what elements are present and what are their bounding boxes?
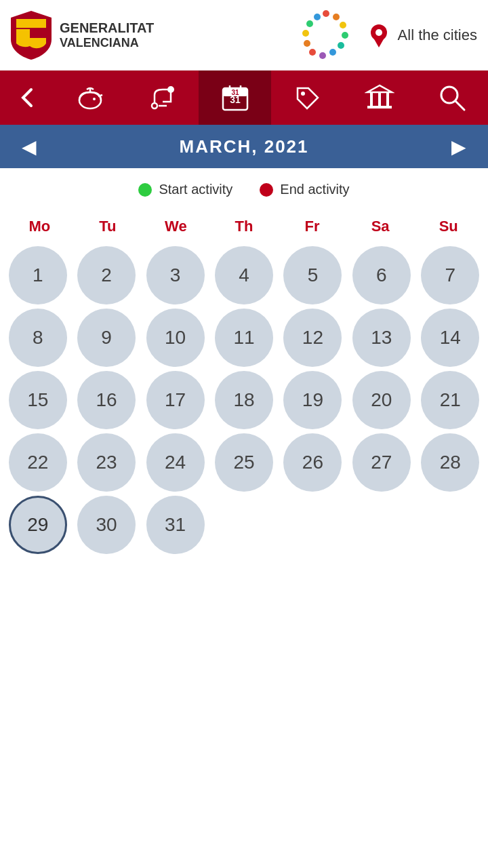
day-button[interactable]: 22 [9,433,67,492]
nav-items: 31 31 [54,71,488,125]
day-button[interactable]: 7 [421,246,479,304]
day-button[interactable]: 28 [421,433,479,492]
day-button[interactable]: 26 [283,433,342,492]
svg-marker-19 [373,38,384,47]
day-button[interactable]: 6 [352,246,411,304]
day-button[interactable]: 12 [283,309,342,367]
day-cell: 11 [211,309,276,367]
day-cell: 12 [281,309,345,367]
weekday-sa: Sa [346,212,415,241]
day-cell: 25 [211,433,276,492]
day-cell: 22 [5,433,70,492]
nav-item-calendar[interactable]: 31 31 [199,71,271,125]
day-button[interactable]: 23 [77,433,136,492]
city-selector[interactable]: All the cities [367,23,477,47]
day-button[interactable]: 11 [215,309,273,367]
nav-item-offers[interactable] [271,71,344,125]
svg-rect-4 [30,28,46,38]
day-cell: 17 [143,371,207,429]
nav-item-museum[interactable] [344,71,416,125]
day-button[interactable]: 14 [421,309,479,367]
day-button[interactable]: 1 [9,246,67,304]
day-cell: 19 [281,371,345,429]
day-button[interactable]: 19 [283,371,342,429]
svg-point-12 [309,49,316,56]
day-button[interactable]: 24 [146,433,205,492]
day-cell: 24 [143,433,207,492]
svg-point-21 [93,98,96,100]
day-button[interactable]: 10 [146,309,205,367]
day-cell: 3 [143,246,207,304]
logo-shield-icon [11,11,52,60]
day-cell: 5 [281,246,345,304]
svg-rect-33 [370,92,373,106]
day-cell: 21 [418,371,483,429]
nav-item-routes[interactable] [127,71,199,125]
end-label: End activity [280,182,349,197]
svg-point-13 [304,40,310,47]
day-button[interactable]: 30 [77,496,136,554]
svg-point-31 [301,92,305,96]
month-navigation: ◀ MARCH, 2021 ▶ [0,125,488,168]
day-button[interactable]: 5 [283,246,342,304]
day-button[interactable]: 3 [146,246,205,304]
search-icon [437,83,467,113]
day-button[interactable]: 29 [9,496,67,554]
activity-legend: Start activity End activity [0,168,488,205]
days-grid: 1234567891011121314151617181920212223242… [5,246,483,554]
svg-point-15 [306,20,313,27]
day-button[interactable]: 25 [215,433,273,492]
end-activity-legend: End activity [260,182,349,197]
day-cell: 29 [5,496,70,554]
weekday-su: Su [414,212,483,241]
logo-area: GENERALITAT VALENCIANA [11,11,285,60]
month-title: MARCH, 2021 [179,136,308,157]
nav-item-search[interactable] [415,71,488,125]
day-button[interactable]: 2 [77,246,136,304]
weekday-fr: Fr [278,212,346,241]
svg-rect-34 [378,92,381,106]
day-button[interactable]: 17 [146,371,205,429]
day-button[interactable]: 27 [352,433,411,492]
day-button[interactable]: 31 [146,496,205,554]
savings-icon [75,83,105,113]
back-button[interactable] [0,71,54,125]
day-cell: 27 [349,433,413,492]
day-cell: 10 [143,309,207,367]
svg-point-11 [319,52,326,59]
weekday-th: Th [210,212,279,241]
day-button[interactable]: 8 [9,309,67,367]
day-cell: 4 [211,246,276,304]
day-button[interactable]: 4 [215,246,273,304]
day-button[interactable]: 20 [352,371,411,429]
day-cell: 20 [349,371,413,429]
svg-point-5 [323,10,329,17]
day-cell: 31 [143,496,207,554]
svg-marker-32 [367,85,392,92]
navigation-bar: 31 31 [0,71,488,125]
calendar-icon: 31 31 [220,83,250,113]
next-month-button[interactable]: ▶ [441,130,477,163]
day-button[interactable]: 21 [421,371,479,429]
day-button[interactable]: 18 [215,371,273,429]
svg-point-8 [342,32,348,39]
day-button[interactable]: 13 [352,309,411,367]
day-empty [349,496,413,554]
prev-month-button[interactable]: ◀ [11,130,47,163]
day-button[interactable]: 16 [77,371,136,429]
weekday-headers: Mo Tu We Th Fr Sa Su [5,212,483,241]
day-cell: 9 [74,309,138,367]
nav-item-savings[interactable] [54,71,127,125]
day-button[interactable]: 15 [9,371,67,429]
svg-rect-36 [367,106,392,108]
logo-line2: VALENCIANA [60,36,154,51]
svg-point-6 [333,14,340,20]
svg-rect-2 [30,19,46,28]
day-button[interactable]: 9 [77,309,136,367]
day-cell: 18 [211,371,276,429]
day-cell: 1 [5,246,70,304]
day-empty [211,496,276,554]
svg-point-10 [329,49,336,56]
day-cell: 7 [418,246,483,304]
day-cell: 14 [418,309,483,367]
